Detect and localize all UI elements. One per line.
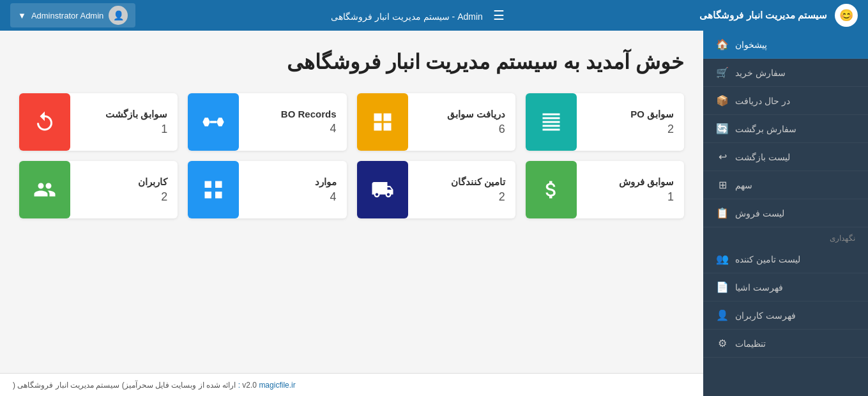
card-receive-count: 6 xyxy=(418,123,505,136)
sidebar-item-label: سفارش برگشت xyxy=(735,124,796,134)
cart-icon: 🛒 xyxy=(716,66,729,79)
card-return-text: سوابق بازگشت 1 xyxy=(70,101,178,144)
sidebar-item-sales-list[interactable]: لیست فروش 📋 xyxy=(703,199,868,227)
card-return-records[interactable]: سوابق بازگشت 1 xyxy=(19,93,178,151)
sidebar-item-stock[interactable]: سهم ⊞ xyxy=(703,171,868,199)
card-receive-icon xyxy=(357,93,408,151)
card-bo-text: BO Records 4 xyxy=(239,101,346,143)
navbar-center: ☰ Admin - سیستم مدیریت انبار فروشگاهی xyxy=(331,8,505,23)
sidebar-item-label: تنظیمات xyxy=(735,339,766,349)
card-bo-label: BO Records xyxy=(249,109,336,119)
sidebar-item-dashboard[interactable]: پیشخوان 🏠 xyxy=(703,31,868,59)
sidebar-item-label: لیست فروش xyxy=(735,208,784,218)
return-list-icon: ↩ xyxy=(716,151,729,163)
hamburger-icon[interactable]: ☰ xyxy=(493,8,505,22)
sidebar-item-items[interactable]: فهرست اشیا 📄 xyxy=(703,273,868,301)
sales-list-icon: 📋 xyxy=(716,207,729,219)
sidebar: پیشخوان 🏠 سفارش خرید 🛒 در حال دریافت 📦 س… xyxy=(703,31,868,396)
sidebar-item-return-list[interactable]: لیست بازگشت ↩ xyxy=(703,143,868,171)
sidebar-item-label: فهرست اشیا xyxy=(735,282,783,293)
receive-icon: 📦 xyxy=(716,95,729,107)
card-items[interactable]: موارد 4 xyxy=(188,161,346,218)
navbar-title: Admin - سیستم مدیریت انبار فروشگاهی xyxy=(331,11,483,22)
card-items-icon xyxy=(188,161,239,218)
navbar-logo: 😊 xyxy=(835,4,858,27)
card-users-text: کاربران 2 xyxy=(70,169,178,211)
card-suppliers-icon xyxy=(357,161,408,218)
sidebar-item-label: لیست بازگشت xyxy=(735,152,790,162)
footer-right: v2.0 magicfile.ir : ارائه شده از وبسایت … xyxy=(13,381,296,390)
dropdown-arrow-icon: ▼ xyxy=(18,11,26,20)
card-bo-count: 4 xyxy=(249,122,336,135)
card-users-count: 2 xyxy=(80,190,167,204)
user-name: Adminstrator Admin xyxy=(31,11,103,20)
user-menu[interactable]: 👤 Adminstrator Admin ▼ xyxy=(10,3,135,27)
card-bo-icon xyxy=(188,93,239,151)
card-suppliers-text: تامین کنندگان 2 xyxy=(408,169,515,211)
footer-right-text: ارائه شده از وبسایت فایل سحرآمیز) سیستم … xyxy=(13,381,236,390)
main-content: خوش آمدید به سیستم مدیریت انبار فروشگاهی… xyxy=(0,31,703,396)
card-bo-records[interactable]: BO Records 4 xyxy=(188,93,346,151)
card-suppliers[interactable]: تامین کنندگان 2 xyxy=(357,161,515,218)
sidebar-item-label: پیشخوان xyxy=(735,40,767,50)
sidebar-section-maintenance: نگهداری xyxy=(703,227,868,245)
sidebar-item-purchase-order[interactable]: سفارش خرید 🛒 xyxy=(703,59,868,87)
cards-row-1: سوابق PO 2 دریافت سوابق 6 BO Records 4 xyxy=(19,93,684,151)
card-items-count: 4 xyxy=(249,190,336,204)
settings-icon: ⚙ xyxy=(716,337,729,349)
sidebar-item-suppliers[interactable]: لیست تامین کننده 👥 xyxy=(703,245,868,273)
navbar: 😊 سیستم مدیریت انبار فروشگاهی ☰ Admin - … xyxy=(0,0,868,31)
stock-icon: ⊞ xyxy=(716,179,729,191)
card-return-icon xyxy=(19,93,70,151)
card-po-icon xyxy=(526,93,577,151)
sidebar-item-return-order[interactable]: سفارش برگشت 🔄 xyxy=(703,115,868,143)
card-return-label: سوابق بازگشت xyxy=(80,109,167,120)
svg-rect-0 xyxy=(374,114,381,121)
return-order-icon: 🔄 xyxy=(716,123,729,135)
card-po-records[interactable]: سوابق PO 2 xyxy=(526,93,684,151)
card-suppliers-label: تامین کنندگان xyxy=(418,176,505,188)
sidebar-item-receiving[interactable]: در حال دریافت 📦 xyxy=(703,87,868,115)
items-icon: 📄 xyxy=(716,281,729,293)
card-po-label: سوابق PO xyxy=(587,109,674,120)
sidebar-item-label: در حال دریافت xyxy=(735,96,790,106)
card-users-icon xyxy=(19,161,70,218)
sidebar-item-settings[interactable]: تنظیمات ⚙ xyxy=(703,330,868,358)
card-sales-icon xyxy=(526,161,577,218)
card-items-text: موارد 4 xyxy=(239,169,346,211)
card-return-count: 1 xyxy=(80,123,167,136)
supplier-icon: 👥 xyxy=(716,253,729,265)
card-suppliers-count: 2 xyxy=(418,190,505,204)
card-po-count: 2 xyxy=(587,123,674,136)
card-sales-label: سوابق فروش xyxy=(587,176,674,188)
svg-rect-2 xyxy=(374,123,381,131)
navbar-brand: سیستم مدیریت انبار فروشگاهی xyxy=(699,10,827,21)
sidebar-item-label: فهرست کاربران xyxy=(735,310,796,321)
navbar-left: 😊 سیستم مدیریت انبار فروشگاهی xyxy=(699,4,858,27)
card-po-text: سوابق PO 2 xyxy=(577,101,684,144)
navbar-right: 👤 Adminstrator Admin ▼ xyxy=(10,3,135,27)
card-receive-label: دریافت سوابق xyxy=(418,109,505,120)
sidebar-item-label: سفارش خرید xyxy=(735,68,786,78)
card-users-label: کاربران xyxy=(80,176,167,188)
card-sales-records[interactable]: سوابق فروش 1 xyxy=(526,161,684,218)
sidebar-item-label: سهم xyxy=(735,180,752,190)
card-receive-text: دریافت سوابق 6 xyxy=(408,101,515,144)
card-items-label: موارد xyxy=(249,176,336,188)
cards-row-2: سوابق فروش 1 تامین کنندگان 2 موارد 4 xyxy=(19,161,684,218)
page-title: خوش آمدید به سیستم مدیریت انبار فروشگاهی xyxy=(19,50,684,74)
sidebar-item-users[interactable]: فهرست کاربران 👤 xyxy=(703,301,868,330)
card-sales-count: 1 xyxy=(587,190,674,204)
card-sales-text: سوابق فروش 1 xyxy=(577,169,684,211)
svg-rect-1 xyxy=(383,114,391,121)
home-icon: 🏠 xyxy=(716,38,729,50)
card-receive-records[interactable]: دریافت سوابق 6 xyxy=(357,93,515,151)
users-icon: 👤 xyxy=(716,309,729,321)
footer-version: v2.0 xyxy=(242,381,259,390)
sidebar-item-label: لیست تامین کننده xyxy=(735,254,800,264)
svg-rect-3 xyxy=(383,123,391,131)
user-avatar: 👤 xyxy=(109,6,128,25)
card-users[interactable]: کاربران 2 xyxy=(19,161,178,218)
